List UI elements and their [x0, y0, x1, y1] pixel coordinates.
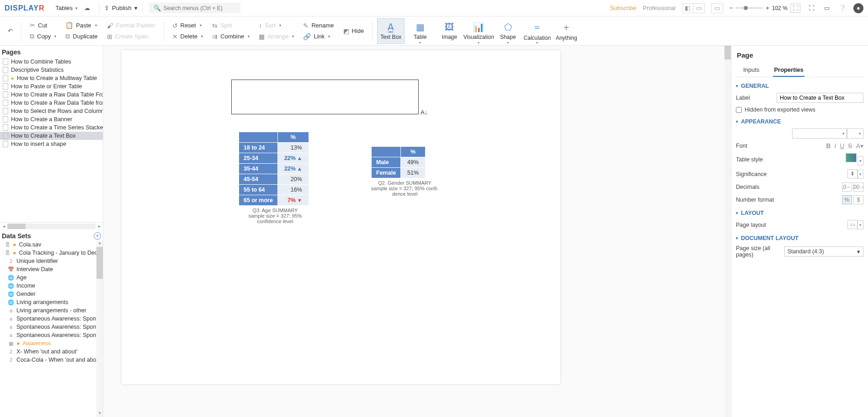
page-item[interactable]: How to Paste or Enter Table: [0, 82, 103, 91]
section-general[interactable]: ▾GENERAL: [736, 83, 863, 89]
strike-button[interactable]: S: [848, 142, 852, 150]
copy-button[interactable]: ⧉Copy▾: [26, 32, 60, 41]
page-item[interactable]: How to Create a Raw Data Table from Var: [0, 99, 103, 107]
cut-button[interactable]: ✂Cut: [26, 21, 60, 30]
table-style-swatch[interactable]: [846, 153, 857, 162]
page-layout-preset[interactable]: ▭: [847, 220, 857, 229]
page-item[interactable]: How to Select the Rows and Columns to A: [0, 107, 103, 115]
zoom-control[interactable]: − + 102 % ⛶: [730, 4, 800, 13]
scroll-left-icon[interactable]: ◂: [0, 224, 7, 229]
dataset-item[interactable]: 🌐Gender: [0, 290, 103, 298]
insert-textbox-button[interactable]: A̲Text Box: [377, 18, 405, 44]
percent-format-button[interactable]: %: [842, 195, 852, 204]
bold-button[interactable]: B: [826, 142, 831, 150]
zoom-out-icon[interactable]: −: [730, 5, 733, 11]
page-item[interactable]: How to Combine Tables: [0, 58, 103, 66]
pages-hscroll[interactable]: ◂ ▸: [0, 222, 103, 230]
significance-preset[interactable]: ⬍: [847, 169, 857, 178]
dataset-item[interactable]: ▦●Awareness: [0, 339, 103, 348]
single-page-icon[interactable]: ▭: [712, 4, 723, 13]
insert-shape-button[interactable]: ⬠Shape▾: [494, 18, 522, 44]
dataset-item[interactable]: aLiving arrangements - other: [0, 306, 103, 315]
page-item[interactable]: ●How to Create a Multiway Table: [0, 74, 103, 82]
page-canvas[interactable]: A↓ % 18 to 2413%25-3422%▲35-4422%▲45-542…: [122, 50, 560, 384]
scroll-down-icon[interactable]: ▾: [96, 411, 103, 417]
duplicate-button[interactable]: ⧉Duplicate: [62, 32, 101, 41]
dataset-item[interactable]: 🌐Age: [0, 273, 103, 282]
table-style-select[interactable]: ▾: [857, 156, 863, 166]
zoom-fit-icon[interactable]: ⛶: [790, 4, 800, 13]
paste-button[interactable]: 📋Paste▾: [62, 21, 101, 30]
decimals-decrease[interactable]: .0←: [842, 182, 852, 192]
layers-icon[interactable]: ▭: [822, 4, 831, 13]
page-item[interactable]: How to Create a Raw Data Table From a V: [0, 91, 103, 99]
page-size-select[interactable]: Standard (4:3)▾: [784, 246, 863, 257]
font-family-select[interactable]: ▾: [792, 128, 847, 139]
dataset-item[interactable]: 🗄●Cola.sav: [0, 241, 103, 249]
section-document-layout[interactable]: ▾DOCUMENT LAYOUT: [736, 235, 863, 241]
layout-toggle[interactable]: ▭: [711, 3, 723, 13]
insert-anything-button[interactable]: ＋Anything: [553, 18, 580, 44]
rename-button[interactable]: ✎Rename: [299, 21, 337, 30]
page-item[interactable]: How to Create a Time Series Stacked by Y: [0, 123, 103, 132]
split-button[interactable]: ⇆Split: [208, 21, 253, 30]
insert-image-button[interactable]: 🖼Image: [436, 18, 463, 44]
font-size-select[interactable]: ▾: [847, 128, 863, 139]
sort-button[interactable]: ↕Sort▾: [255, 21, 298, 30]
search-input-wrap[interactable]: 🔍: [149, 3, 240, 13]
arrange-button[interactable]: ▦Arrange▾: [255, 32, 298, 41]
pages-list[interactable]: How to Combine TablesDescriptive Statist…: [0, 58, 103, 222]
insert-table-button[interactable]: ▦Table▾: [406, 18, 434, 44]
scroll-right-icon[interactable]: ▸: [96, 224, 103, 229]
reset-button[interactable]: ↺Reset▾: [169, 21, 207, 30]
dataset-item[interactable]: 📅Interview Date: [0, 265, 103, 273]
section-layout[interactable]: ▾LAYOUT: [736, 210, 863, 216]
delete-button[interactable]: ✕Delete▾: [169, 32, 207, 41]
combine-button[interactable]: ⇉Combine▾: [208, 32, 253, 41]
dataset-item[interactable]: aSpontaneous Awareness: Spontaneou: [0, 323, 103, 331]
text-box-element[interactable]: [231, 80, 419, 114]
fullscreen-icon[interactable]: ⛶: [807, 4, 816, 13]
view-toggle[interactable]: ◧ ▭: [682, 3, 705, 13]
add-dataset-button[interactable]: +: [94, 232, 101, 240]
zoom-in-icon[interactable]: +: [766, 5, 769, 11]
view-right-icon[interactable]: ▭: [693, 4, 704, 13]
page-layout-select[interactable]: ▾: [857, 220, 863, 230]
cloud-icon[interactable]: ☁: [84, 5, 90, 11]
view-both-icon[interactable]: ◧: [682, 4, 693, 13]
insert-visualization-button[interactable]: 📊Visualization▾: [465, 18, 492, 44]
label-input[interactable]: [777, 93, 863, 103]
underline-button[interactable]: U: [840, 142, 844, 150]
dataset-item[interactable]: aSpontaneous Awareness: Spontaneou: [0, 315, 103, 323]
datasets-list[interactable]: 🗄●Cola.sav🗄●Cola Tracking - January to D…: [0, 241, 103, 417]
page-item[interactable]: How to Create a Banner: [0, 115, 103, 123]
gender-table[interactable]: % Male49%Female51% Q2. Gender SUMMARY sa…: [371, 146, 438, 197]
decimals-increase[interactable]: .00→: [853, 182, 863, 192]
canvas-vscroll[interactable]: [724, 46, 731, 417]
age-table[interactable]: % 18 to 2413%25-3422%▲35-4422%▲45-5420%5…: [239, 132, 312, 224]
format-painter-button[interactable]: 🖌Format Painter: [103, 21, 159, 30]
link-button[interactable]: 🔗Link▾: [299, 32, 337, 41]
italic-button[interactable]: I: [834, 142, 836, 150]
font-color-button[interactable]: A▾: [856, 142, 863, 150]
dataset-item[interactable]: 2Coca-Cola - When 'out and about': [0, 356, 103, 364]
undo-button[interactable]: ↶: [4, 27, 16, 34]
zoom-slider[interactable]: [735, 7, 763, 9]
section-appearance[interactable]: ▾APPEARANCE: [736, 118, 863, 125]
tables-menu[interactable]: Tables▾: [53, 3, 80, 13]
search-input[interactable]: [164, 5, 236, 11]
datasets-vscroll[interactable]: ▴ ▾: [96, 241, 103, 417]
hidden-checkbox[interactable]: Hidden from exported views: [736, 107, 815, 113]
publish-menu[interactable]: ⇪ Publish▾: [99, 3, 143, 13]
tab-inputs[interactable]: Inputs: [742, 64, 760, 77]
dataset-item[interactable]: aSpontaneous Awareness: Spontaneou: [0, 331, 103, 339]
insert-calculation-button[interactable]: ＝Calculation▾: [523, 18, 551, 44]
subscribe-link[interactable]: Subscribe: [610, 5, 636, 11]
help-icon[interactable]: ❔: [838, 4, 847, 13]
hide-button[interactable]: ◩Hide: [340, 27, 368, 36]
dataset-item[interactable]: 🗄●Cola Tracking - January to December: [0, 249, 103, 257]
create-span-button[interactable]: ⊞Create Span: [103, 32, 159, 41]
scroll-up-icon[interactable]: ▴: [96, 241, 103, 247]
page-item[interactable]: How to insert a shape: [0, 140, 103, 148]
currency-format-button[interactable]: $: [853, 195, 863, 204]
